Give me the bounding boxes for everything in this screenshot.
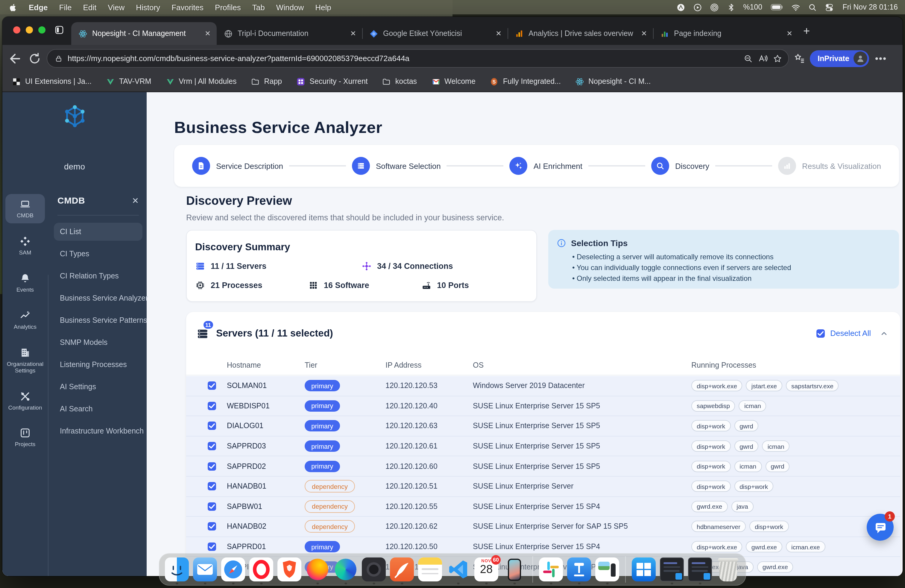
dock-firefox-icon[interactable]	[306, 555, 330, 585]
sidebar-rail-configuration[interactable]: Configuration	[5, 386, 45, 415]
menu-edit[interactable]: Edit	[83, 3, 97, 12]
menu-view[interactable]: View	[108, 3, 124, 12]
collapse-chevron-icon[interactable]	[880, 329, 888, 337]
menu-edge[interactable]: Edge	[29, 3, 48, 12]
dock-dark-disc-app-icon[interactable]	[362, 555, 386, 585]
avatar[interactable]	[854, 51, 867, 65]
dock-mail-icon[interactable]	[193, 555, 217, 585]
sidebar-rail-organizational-settings[interactable]: Organizational Settings	[5, 342, 45, 378]
row-checkbox[interactable]	[208, 402, 216, 410]
table-row[interactable]: SAPPRD03primary120.120.120.61SUSE Linux …	[186, 437, 900, 456]
sidebar-rail-events[interactable]: Events	[5, 268, 45, 297]
table-row[interactable]: DIALOG01primary120.120.120.63SUSE Linux …	[186, 416, 900, 436]
sidebar-item-listening-processes[interactable]: Listening Processes	[54, 356, 143, 373]
play-status-icon[interactable]	[693, 3, 702, 12]
table-row[interactable]: SOLMAN01primary120.120.120.53Windows Ser…	[186, 376, 900, 396]
bookmark-item[interactable]: Nopesight - CI M...	[575, 77, 651, 86]
dock-vm-window-1-icon[interactable]	[660, 555, 684, 585]
favorites-list-icon[interactable]	[794, 53, 805, 64]
row-checkbox[interactable]	[208, 382, 216, 390]
browser-tab[interactable]: Tripl-i Documentation✕	[217, 22, 362, 45]
browser-tab[interactable]: Analytics | Drive sales overview✕	[508, 22, 653, 45]
browser-tab[interactable]: Nopesight - CI Management✕	[71, 22, 217, 45]
bookmark-item[interactable]: TAV-VRM	[106, 77, 151, 86]
inprivate-badge[interactable]: InPrivate	[810, 50, 869, 67]
dock-edge-icon[interactable]	[334, 555, 358, 585]
sidebar-item-ai-search[interactable]: AI Search	[54, 400, 143, 418]
bookmark-item[interactable]: Vrm | All Modules	[165, 77, 237, 86]
step-results-visualization[interactable]: Results & Visualization	[778, 157, 881, 175]
sidebar-item-ci-types[interactable]: CI Types	[54, 245, 143, 263]
sidebar-item-ci-list[interactable]: CI List	[54, 223, 143, 241]
table-row[interactable]: SAPBW01dependency120.120.120.55SUSE Linu…	[186, 497, 900, 517]
table-row[interactable]: SAPPRD02primary120.120.120.60SUSE Linux …	[186, 456, 900, 477]
zoom-out-icon[interactable]	[743, 54, 753, 63]
airdrop-icon[interactable]	[710, 3, 719, 12]
control-center-icon[interactable]	[824, 3, 834, 12]
tab-close-icon[interactable]: ✕	[350, 29, 356, 38]
close-window-button[interactable]	[13, 26, 21, 33]
menu-favorites[interactable]: Favorites	[171, 3, 203, 12]
dock-orange-pen-app-icon[interactable]	[390, 555, 414, 585]
dock-safari-icon[interactable]	[221, 555, 245, 585]
menu-profiles[interactable]: Profiles	[215, 3, 241, 12]
menu-help[interactable]: Help	[315, 3, 331, 12]
row-checkbox[interactable]	[208, 422, 216, 430]
row-checkbox[interactable]	[208, 462, 216, 470]
back-icon[interactable]	[7, 51, 23, 66]
menu-window[interactable]: Window	[276, 3, 304, 12]
bluetooth-icon[interactable]	[726, 3, 735, 12]
menu-file[interactable]: File	[59, 3, 72, 12]
step-service-description[interactable]: Service Description	[192, 157, 283, 175]
dock-notes-icon[interactable]	[418, 555, 442, 585]
dock-preview-app-icon[interactable]	[595, 555, 619, 585]
address-bar[interactable]: https://my.nopesight.com/cmdb/business-s…	[47, 49, 789, 68]
row-checkbox[interactable]	[208, 482, 216, 491]
table-row[interactable]: HANADB02dependency120.120.120.62SUSE Lin…	[186, 517, 900, 537]
browser-tab[interactable]: Google Etiket Yöneticisi✕	[362, 22, 508, 45]
dock-trash-icon[interactable]	[716, 555, 740, 585]
sidebar-item-infrastructure-workbench[interactable]: Infrastructure Workbench	[54, 422, 143, 440]
menu-tab[interactable]: Tab	[252, 3, 265, 12]
deselect-all-checkbox[interactable]	[816, 329, 825, 337]
bookmark-item[interactable]: Rapp	[251, 77, 282, 86]
tab-overview-icon[interactable]	[54, 25, 65, 35]
chat-fab[interactable]: 1	[867, 514, 894, 541]
url-text[interactable]: https://my.nopesight.com/cmdb/business-s…	[68, 54, 738, 63]
browser-menu-icon[interactable]: •••	[875, 53, 887, 64]
spotlight-search-icon[interactable]	[808, 3, 817, 12]
dock-windows-app-icon[interactable]	[632, 555, 656, 585]
step-discovery[interactable]: Discovery	[651, 157, 709, 175]
apple-menu-icon[interactable]	[8, 2, 17, 12]
app-status-icon[interactable]	[676, 3, 685, 12]
dock-iphone-mirroring-icon[interactable]	[502, 555, 526, 585]
row-checkbox[interactable]	[208, 523, 216, 531]
sidebar-item-business-service-analyzer[interactable]: Business Service Analyzer	[54, 289, 143, 307]
table-row[interactable]: HANADB01dependency120.120.120.51SUSE Lin…	[186, 477, 900, 497]
step-software-selection[interactable]: Software Selection	[352, 157, 441, 175]
panel-close-icon[interactable]: ✕	[132, 195, 139, 205]
bookmark-item[interactable]: koctas	[382, 77, 417, 86]
tab-close-icon[interactable]: ✕	[205, 29, 211, 38]
dock-brave-icon[interactable]	[278, 555, 302, 585]
dock-vscode-icon[interactable]	[446, 555, 470, 585]
bookmark-item[interactable]: Security - Xurrent	[296, 77, 368, 86]
row-checkbox[interactable]	[208, 502, 216, 511]
new-tab-button[interactable]: +	[803, 25, 810, 37]
sidebar-rail-projects[interactable]: Projects	[5, 423, 45, 452]
deselect-all-link[interactable]: Deselect All	[830, 329, 871, 338]
wifi-icon[interactable]	[791, 3, 800, 12]
sidebar-rail-analytics[interactable]: Analytics	[5, 305, 45, 335]
browser-tab[interactable]: Page indexing✕	[653, 22, 799, 45]
bookmark-item[interactable]: Welcome	[431, 77, 476, 86]
reload-icon[interactable]	[27, 51, 42, 65]
bookmark-item[interactable]: SFully Integrated...	[490, 77, 561, 86]
sidebar-rail-cmdb[interactable]: CMDB	[5, 194, 45, 223]
dock-vm-window-2-icon[interactable]	[688, 555, 712, 585]
read-aloud-icon[interactable]	[758, 53, 768, 64]
zoom-window-button[interactable]	[38, 26, 46, 33]
table-row[interactable]: WEBDISP01primary120.120.120.40SUSE Linux…	[186, 396, 900, 416]
menu-history[interactable]: History	[136, 3, 160, 12]
dock-finder-icon[interactable]	[165, 555, 189, 585]
row-checkbox[interactable]	[208, 542, 216, 551]
